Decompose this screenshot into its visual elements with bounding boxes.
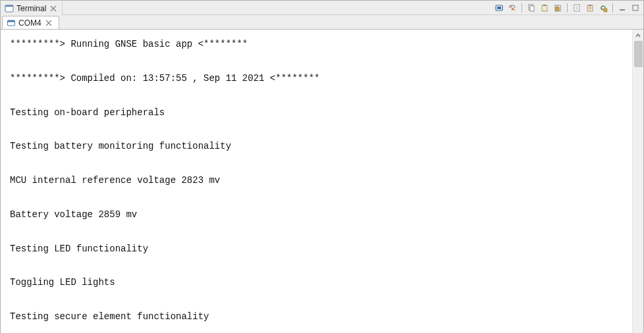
toolbar-separator [612,3,613,13]
vertical-scrollbar[interactable] [632,30,643,333]
clipboard-icon[interactable] [585,3,595,13]
view-tab-label: Terminal [16,4,46,13]
scroll-track[interactable] [633,41,644,333]
scroll-thumb[interactable] [634,41,643,67]
svg-rect-16 [633,5,638,11]
connection-tab-com4[interactable]: COM4 [2,16,59,30]
disconnect-icon[interactable] [507,3,518,13]
svg-rect-8 [543,5,546,6]
connect-icon[interactable] [494,3,504,13]
svg-rect-10 [556,7,559,11]
minimize-icon[interactable] [617,3,628,13]
terminal-output[interactable]: *********> Running GNSE basic app <*****… [1,30,632,333]
svg-rect-6 [530,6,534,11]
close-icon[interactable] [44,18,53,28]
terminal-icon [5,4,14,13]
svg-rect-18 [8,20,15,22]
paste-icon[interactable] [539,3,550,13]
scroll-up-arrow[interactable] [633,30,644,41]
view-tabstrip: Terminal [1,1,643,15]
svg-rect-3 [497,7,501,9]
toolbar-separator [567,3,568,13]
connection-tab-label: COM4 [18,18,41,28]
connection-tabstrip: COM4 [1,15,643,29]
svg-rect-7 [542,5,547,11]
terminal-window: Terminal [0,0,644,333]
refresh-icon[interactable] [598,3,608,13]
lock-icon[interactable] [552,3,563,13]
toolbar-separator [522,3,522,13]
maximize-icon[interactable] [630,3,641,13]
copy-icon[interactable] [526,3,537,13]
svg-rect-14 [604,9,607,12]
view-toolbar [494,1,641,15]
svg-rect-1 [5,5,13,7]
view-tab-terminal[interactable]: Terminal [1,1,63,16]
svg-rect-15 [620,9,625,11]
close-icon[interactable] [49,4,58,13]
serial-port-icon [7,18,16,28]
page-icon[interactable] [572,3,582,13]
svg-rect-13 [589,5,591,6]
terminal-area: *********> Running GNSE basic app <*****… [1,29,643,333]
